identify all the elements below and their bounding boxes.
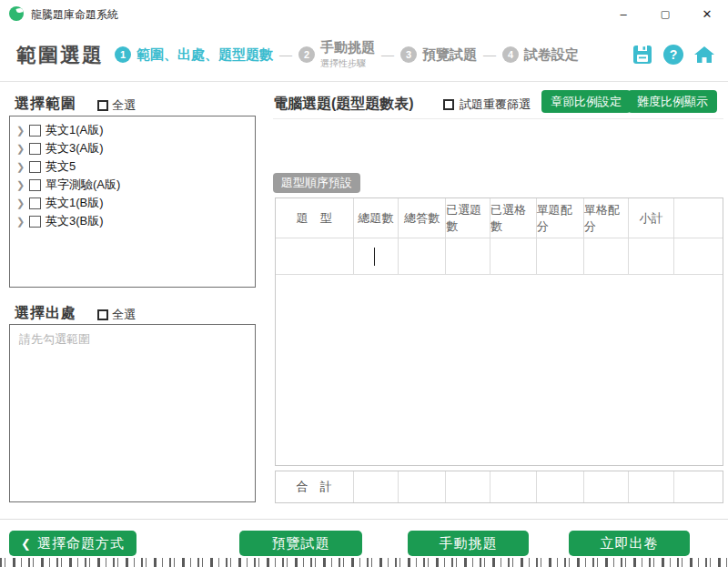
app-window: 龍騰題庫命題系統 – ▢ ✕ 範圍選題 1 範圍、出處、題型題數 — 2 手動挑… — [0, 0, 728, 567]
step-2[interactable]: 2 手動挑題 選擇性步驟 — [298, 39, 375, 70]
table-data-cell[interactable] — [537, 238, 584, 275]
chevron-right-icon[interactable]: ❯ — [16, 180, 25, 190]
table-header-cell: 總答數 — [399, 198, 446, 238]
tree-item-label: 單字測驗(A版) — [46, 177, 120, 193]
chevron-right-icon[interactable]: ❯ — [16, 144, 25, 154]
tree-item-label: 英文1(A版) — [46, 122, 104, 138]
app-logo-icon — [9, 6, 24, 21]
source-select-all[interactable]: 全選 — [97, 307, 136, 323]
duplicate-filter-label: 試題重覆篩選 — [460, 96, 531, 113]
duplicate-filter[interactable]: 試題重覆篩選 — [443, 96, 531, 113]
bottom-action-bar: ❮ 選擇命題方式 預覽試題 手動挑題 立即出卷 — [0, 519, 728, 558]
preview-questions-button[interactable]: 預覽試題 — [239, 531, 362, 556]
step-2-label: 手動挑題 — [320, 39, 375, 56]
tree-item-label: 英文3(A版) — [46, 140, 104, 157]
step-3[interactable]: 3 預覽試題 — [400, 46, 477, 64]
step-1-label: 範圍、出處、題型題數 — [136, 46, 273, 64]
table-total-cell — [537, 471, 584, 502]
chapter-ratio-button[interactable]: 章節比例設定 — [541, 90, 631, 113]
tree-item[interactable]: ❯英文1(A版) — [10, 121, 255, 139]
question-type-table: 題 型總題數總答數已選題數已選格數單題配分單格配分小計 — [275, 197, 723, 466]
table-data-cell[interactable] — [584, 238, 630, 275]
manual-pick-button[interactable]: 手動挑題 — [408, 531, 529, 556]
table-data-cell[interactable] — [399, 238, 446, 275]
right-panel-divider — [273, 118, 723, 119]
step-2-badge: 2 — [298, 46, 315, 63]
table-header-cell: 已選題數 — [446, 198, 490, 238]
table-total-cell — [446, 471, 490, 502]
close-button[interactable]: ✕ — [686, 0, 728, 27]
window-title: 龍騰題庫命題系統 — [31, 7, 118, 23]
table-total-cell — [584, 471, 630, 502]
tree-item-checkbox[interactable] — [29, 161, 41, 173]
table-total-cell — [490, 471, 537, 502]
tree-item[interactable]: ❯英文1(B版) — [10, 194, 255, 212]
duplicate-filter-checkbox[interactable] — [443, 99, 454, 110]
background-window-edge — [0, 558, 728, 567]
help-icon[interactable]: ? — [662, 44, 684, 66]
step-1-badge: 1 — [115, 46, 131, 63]
table-header-cell: 已選格數 — [490, 198, 537, 238]
tree-item[interactable]: ❯英文3(A版) — [10, 139, 255, 157]
generate-exam-button[interactable]: 立即出卷 — [569, 531, 690, 556]
tree-item-label: 英文1(B版) — [46, 195, 104, 211]
tree-item-label: 英文5 — [46, 158, 76, 175]
tree-item[interactable]: ❯英文5 — [10, 157, 255, 176]
table-data-cell[interactable] — [490, 238, 537, 275]
chevron-left-icon: ❮ — [21, 537, 32, 551]
table-header-cell — [674, 198, 723, 238]
text-caret — [374, 248, 376, 266]
tree-item-checkbox[interactable] — [29, 197, 41, 209]
table-total-cell: 合 計 — [276, 471, 354, 502]
back-to-method-button[interactable]: ❮ 選擇命題方式 — [9, 531, 136, 556]
table-total-cell — [399, 471, 446, 502]
step-1[interactable]: 1 範圍、出處、題型題數 — [115, 46, 273, 64]
source-select-all-label: 全選 — [112, 307, 136, 323]
total-row-table: 合 計 — [275, 471, 723, 503]
source-list[interactable]: 請先勾選範圍 — [9, 324, 256, 502]
chevron-right-icon[interactable]: ❯ — [16, 198, 25, 208]
home-icon[interactable] — [693, 44, 715, 66]
tree-item-checkbox[interactable] — [29, 179, 41, 191]
minimize-button[interactable]: – — [602, 0, 644, 27]
svg-text:?: ? — [670, 47, 678, 62]
step-4-badge: 4 — [502, 46, 519, 63]
table-total-row: 合 計 — [276, 471, 723, 502]
chevron-right-icon[interactable]: ❯ — [16, 162, 25, 172]
maximize-button[interactable]: ▢ — [644, 0, 686, 27]
tree-item-checkbox[interactable] — [29, 216, 41, 228]
tree-item[interactable]: ❯英文3(B版) — [10, 212, 255, 230]
save-icon[interactable] — [632, 44, 653, 66]
table-data-cell[interactable] — [446, 238, 490, 275]
table-data-cell[interactable] — [629, 238, 674, 275]
page-header: 範圍選題 1 範圍、出處、題型題數 — 2 手動挑題 選擇性步驟 — 3 預覽試… — [0, 27, 728, 82]
table-header-cell: 總題數 — [354, 198, 399, 238]
table-data-cell[interactable] — [276, 238, 354, 275]
type-order-preset-button[interactable]: 題型順序預設 — [273, 173, 360, 193]
step-4[interactable]: 4 試卷設定 — [502, 46, 579, 64]
header-icons: ? — [632, 44, 715, 66]
table-data-cell[interactable] — [354, 238, 399, 275]
table-header-cell: 單格配分 — [584, 198, 630, 238]
table-data-cell[interactable] — [674, 238, 723, 275]
chevron-right-icon[interactable]: ❯ — [16, 126, 25, 136]
tree-item[interactable]: ❯單字測驗(A版) — [10, 176, 255, 194]
range-tree[interactable]: ❯英文1(A版)❯英文3(A版)❯英文5❯單字測驗(A版)❯英文1(B版)❯英文… — [9, 116, 256, 288]
page-title: 範圍選題 — [16, 42, 104, 69]
tree-item-checkbox[interactable] — [29, 125, 41, 137]
source-section-title: 選擇出處 — [15, 304, 76, 323]
table-header-cell: 小計 — [629, 198, 674, 238]
table-data-row[interactable] — [276, 238, 723, 275]
step-separator: — — [381, 47, 394, 62]
chevron-right-icon[interactable]: ❯ — [16, 217, 25, 227]
tree-item-checkbox[interactable] — [29, 143, 41, 155]
difficulty-ratio-button[interactable]: 難度比例顯示 — [628, 90, 717, 113]
step-separator: — — [483, 47, 496, 62]
range-select-all[interactable]: 全選 — [97, 97, 136, 114]
source-select-all-checkbox[interactable] — [97, 309, 108, 320]
range-section-title: 選擇範圍 — [15, 95, 76, 114]
range-select-all-checkbox[interactable] — [97, 100, 108, 111]
range-select-all-label: 全選 — [112, 97, 136, 114]
tree-item-label: 英文3(B版) — [46, 213, 104, 229]
source-placeholder: 請先勾選範圍 — [10, 325, 255, 354]
